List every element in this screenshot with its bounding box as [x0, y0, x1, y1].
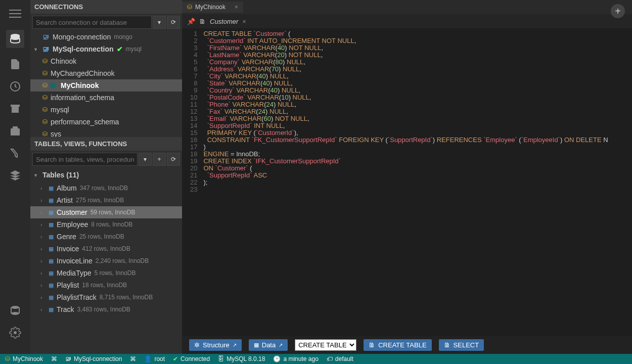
- cloud-icon[interactable]: [9, 304, 21, 316]
- connection-item[interactable]: 🖳Mongo-connectionmongo: [30, 31, 182, 43]
- table-item[interactable]: ›▦Invoice 412 rows, InnoDB: [30, 243, 182, 255]
- table-meta: 347 rows, InnoDB: [80, 185, 128, 192]
- table-item[interactable]: ›▦Employee 8 rows, InnoDB: [30, 218, 182, 231]
- connection-meta: mongo: [114, 33, 132, 40]
- table-icon: ▦: [49, 282, 54, 289]
- table-icon: ▦: [49, 258, 54, 264]
- connections-search-input[interactable]: [32, 16, 152, 29]
- file-icon: 🗎: [369, 341, 375, 349]
- create-table-button[interactable]: 🗎 CREATE TABLE: [364, 339, 431, 351]
- table-icon: ▦: [254, 342, 259, 348]
- database-icon: ⛁: [42, 94, 48, 101]
- tab-bar: ⛁ MyChinook × +: [182, 0, 632, 14]
- add-tab-button[interactable]: +: [611, 4, 625, 18]
- terminal-icon: ⌘: [130, 355, 136, 362]
- status-terminal2[interactable]: ⌘: [130, 355, 136, 362]
- activity-bar: [0, 0, 30, 354]
- table-item[interactable]: ›▦MediaType 5 rows, InnoDB: [30, 267, 182, 279]
- status-terminal[interactable]: ⌘: [51, 355, 57, 362]
- table-item[interactable]: ›▦InvoiceLine 2,240 rows, InnoDB: [30, 255, 182, 267]
- settings-icon[interactable]: [9, 327, 21, 339]
- connection-item[interactable]: ⛁information_schema: [30, 92, 182, 104]
- close-icon[interactable]: ×: [242, 18, 246, 25]
- main-area: ⛁ MyChinook × + 📌 🗎 Customer × 123456789…: [182, 0, 632, 354]
- table-meta: 18 rows, InnoDB: [82, 282, 127, 289]
- connection-item[interactable]: ⛁ MyChinook: [30, 79, 182, 92]
- external-icon: ↗: [233, 342, 237, 348]
- database-icon: ⛁: [42, 58, 48, 65]
- select-button[interactable]: 🗎 SELECT: [439, 339, 484, 351]
- table-name: InvoiceLine: [57, 257, 93, 265]
- code-content[interactable]: CREATE TABLE `Customer` ( `CustomerId` I…: [203, 28, 632, 336]
- user-icon: 👤: [144, 355, 152, 362]
- connection-item[interactable]: ▾🖳MySql-connection✔mysql: [30, 43, 182, 55]
- chevron-down-icon: ▾: [34, 172, 39, 178]
- database-icon: ⛁: [5, 355, 10, 362]
- plugin-icon[interactable]: [9, 125, 21, 137]
- status-user[interactable]: 👤root: [144, 355, 165, 362]
- check-icon: ✔: [173, 355, 178, 362]
- chevron-right-icon: ›: [40, 234, 46, 240]
- svg-rect-0: [9, 10, 21, 11]
- menu-icon[interactable]: [9, 8, 21, 20]
- connection-item[interactable]: ⛁sys: [30, 128, 182, 137]
- status-state[interactable]: ✔Connected: [173, 355, 210, 362]
- tables-group[interactable]: ▾ Tables (11): [30, 168, 182, 182]
- connection-item[interactable]: ⛁MyChangedChinook: [30, 67, 182, 79]
- connection-name: information_schema: [51, 94, 114, 102]
- status-schema[interactable]: 🏷default: [327, 355, 353, 362]
- filter-tables-button[interactable]: ▾: [139, 153, 152, 166]
- table-item[interactable]: ›▦Artist 275 rows, InnoDB: [30, 194, 182, 206]
- clock-icon: 🕑: [273, 355, 281, 362]
- table-item[interactable]: ›▦PlaylistTrack 8,715 rows, InnoDB: [30, 291, 182, 303]
- connection-name: Mongo-connection: [53, 33, 111, 41]
- table-item[interactable]: ›▦Customer 59 rows, InnoDB: [30, 206, 182, 218]
- connection-item[interactable]: ⛁Chinook: [30, 55, 182, 67]
- tables-header: TABLES, VIEWS, FUNCTIONS: [30, 137, 182, 151]
- connection-item[interactable]: ⛁mysql: [30, 104, 182, 116]
- close-icon[interactable]: ×: [235, 4, 238, 11]
- tab-mychinook[interactable]: ⛁ MyChinook ×: [182, 2, 243, 13]
- table-item[interactable]: ›▦Album 347 rows, InnoDB: [30, 182, 182, 194]
- connection-name: MyChangedChinook: [51, 69, 115, 77]
- refresh-tables-button[interactable]: ⟳: [167, 153, 180, 166]
- bottom-toolbar: ✲ Structure ↗ ▦ Data ↗ CREATE TABLE 🗎 CR…: [182, 336, 632, 354]
- connection-name: MySql-connection: [53, 45, 114, 53]
- status-db[interactable]: ⛁MyChinook: [5, 355, 43, 362]
- file-icon[interactable]: [9, 58, 21, 70]
- database-icon: ⛁: [42, 130, 48, 137]
- pin-icon[interactable]: 📌: [187, 18, 195, 25]
- create-dropdown[interactable]: CREATE TABLE: [295, 339, 356, 351]
- code-editor[interactable]: 1234567891011121314151617181920212223 CR…: [182, 28, 632, 336]
- data-button[interactable]: ▦ Data ↗: [249, 339, 288, 351]
- connection-name: MyChinook: [61, 81, 99, 89]
- connections-header: CONNECTIONS: [30, 0, 182, 14]
- filter-icon[interactable]: [9, 147, 21, 159]
- table-item[interactable]: ›▦Genre 25 rows, InnoDB: [30, 231, 182, 243]
- connection-item[interactable]: ⛁performance_schema: [30, 116, 182, 128]
- layers-icon[interactable]: [9, 169, 21, 181]
- table-item[interactable]: ›▦Track 3,483 rows, InnoDB: [30, 303, 182, 315]
- archive-icon[interactable]: [9, 103, 21, 115]
- chevron-right-icon: ›: [40, 270, 46, 276]
- database-icon[interactable]: [6, 30, 24, 48]
- table-meta: 2,240 rows, InnoDB: [96, 257, 149, 264]
- chevron-right-icon: ›: [40, 210, 46, 215]
- tables-search-input[interactable]: [32, 153, 138, 166]
- table-item[interactable]: ›▦Playlist 18 rows, InnoDB: [30, 279, 182, 291]
- table-icon: ▦: [49, 197, 54, 204]
- status-server[interactable]: 🗄MySQL 8.0.18: [218, 355, 265, 362]
- connection-meta: mysql: [126, 46, 142, 53]
- structure-button[interactable]: ✲ Structure ↗: [189, 339, 242, 351]
- chevron-right-icon: ›: [40, 283, 46, 288]
- table-meta: 275 rows, InnoDB: [76, 197, 124, 204]
- svg-rect-5: [11, 105, 20, 107]
- table-name: Genre: [57, 233, 76, 241]
- refresh-button[interactable]: ⟳: [167, 16, 180, 29]
- status-time[interactable]: 🕑a minute ago: [273, 355, 318, 362]
- history-icon[interactable]: [9, 80, 21, 93]
- add-button[interactable]: +: [153, 153, 166, 166]
- filter-button[interactable]: ▾: [153, 16, 166, 29]
- external-icon: ↗: [279, 342, 283, 348]
- status-connection[interactable]: 🖳MySql-connection: [65, 355, 122, 362]
